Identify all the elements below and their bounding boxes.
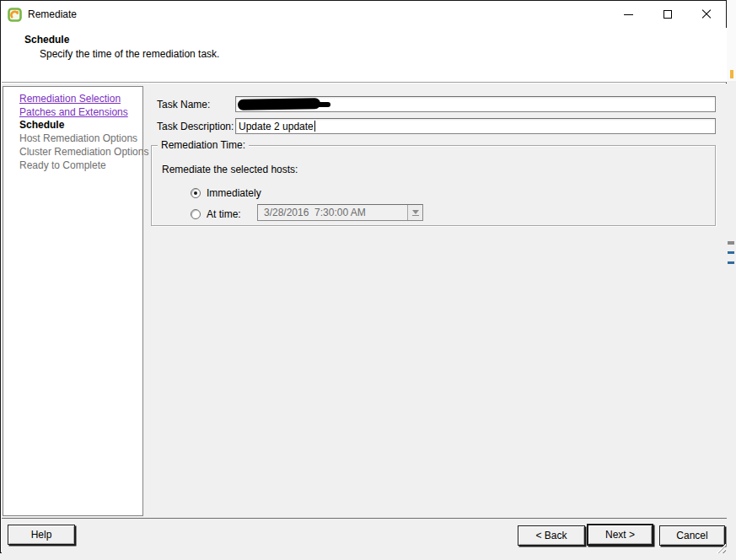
immediately-label: Immediately	[207, 187, 261, 199]
background-artifact	[730, 70, 733, 78]
background-artifact	[728, 261, 734, 264]
minimize-icon	[624, 14, 633, 15]
minimize-button[interactable]	[610, 1, 648, 28]
window-controls	[610, 1, 726, 28]
at-time-label: At time:	[207, 208, 241, 220]
schedule-datetime-picker: 3/28/2016 7:30:00 AM	[257, 204, 423, 221]
sidebar-item-remediation-selection[interactable]: Remediation Selection	[19, 93, 139, 106]
task-description-label: Task Description:	[157, 121, 234, 132]
redaction-mark	[295, 102, 330, 107]
remediation-time-group: Remediation Time: Remediate the selected…	[151, 145, 716, 226]
background-artifact	[728, 241, 734, 245]
background-window-sliver	[727, 0, 736, 81]
cancel-button[interactable]: Cancel	[659, 525, 725, 546]
text-caret	[314, 121, 315, 132]
background-artifact	[728, 251, 734, 254]
remediation-time-legend: Remediation Time:	[158, 139, 249, 151]
sidebar-item-schedule: Schedule	[19, 119, 139, 132]
maximize-icon	[663, 10, 672, 19]
sidebar-item-patches-and-extensions[interactable]: Patches and Extensions	[19, 106, 139, 120]
radio-row-immediately[interactable]: Immediately	[191, 187, 261, 199]
window-title: Remediate	[28, 8, 77, 20]
wizard-body: Remediation Selection Patches and Extens…	[2, 83, 727, 553]
immediately-radio[interactable]	[191, 188, 201, 198]
page-subtitle: Specify the time of the remediation task…	[40, 48, 219, 60]
wizard-steps-sidebar: Remediation Selection Patches and Extens…	[3, 86, 143, 516]
task-description-value: Update 2 update	[239, 121, 314, 132]
task-name-input[interactable]	[235, 96, 716, 112]
chevron-down-icon	[412, 215, 419, 216]
help-button[interactable]: Help	[8, 525, 75, 545]
datetime-dropdown-button	[407, 205, 422, 220]
sidebar-item-cluster-remediation-options: Cluster Remediation Options	[19, 146, 139, 159]
chevron-down-icon	[412, 210, 419, 214]
close-button[interactable]	[687, 1, 726, 28]
page-title: Schedule	[24, 34, 69, 46]
footer-separator	[2, 518, 727, 519]
update-manager-icon	[8, 8, 22, 22]
remediate-hosts-prompt: Remediate the selected hosts:	[162, 164, 298, 175]
sidebar-item-ready-to-complete: Ready to Complete	[19, 159, 139, 173]
radio-row-at-time[interactable]: At time:	[191, 208, 241, 220]
schedule-datetime-value: 3/28/2016 7:30:00 AM	[258, 207, 407, 218]
task-description-input[interactable]: Update 2 update	[235, 118, 716, 134]
next-button[interactable]: Next >	[587, 524, 653, 546]
desktop-background: Remediate Schedule Specify the time of t…	[0, 0, 736, 560]
wizard-header: Schedule Specify the time of the remedia…	[2, 28, 727, 83]
back-button[interactable]: < Back	[518, 525, 585, 546]
at-time-radio[interactable]	[191, 209, 201, 219]
sidebar-item-host-remediation-options: Host Remediation Options	[19, 132, 139, 146]
task-name-label: Task Name:	[157, 99, 210, 110]
remediate-dialog-window: Remediate Schedule Specify the time of t…	[0, 0, 727, 553]
radio-dot	[194, 191, 197, 195]
title-bar[interactable]: Remediate	[1, 1, 726, 28]
maximize-button[interactable]	[648, 1, 687, 28]
